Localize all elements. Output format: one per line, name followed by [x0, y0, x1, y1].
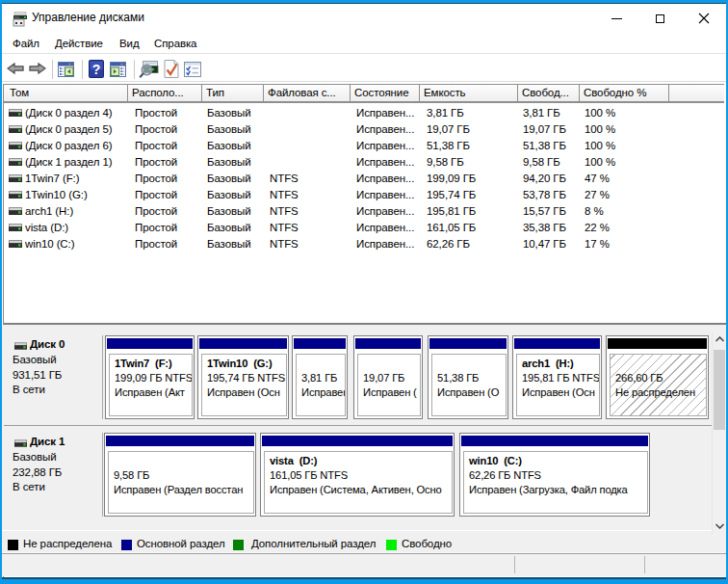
svg-text:?: ? [92, 62, 100, 77]
